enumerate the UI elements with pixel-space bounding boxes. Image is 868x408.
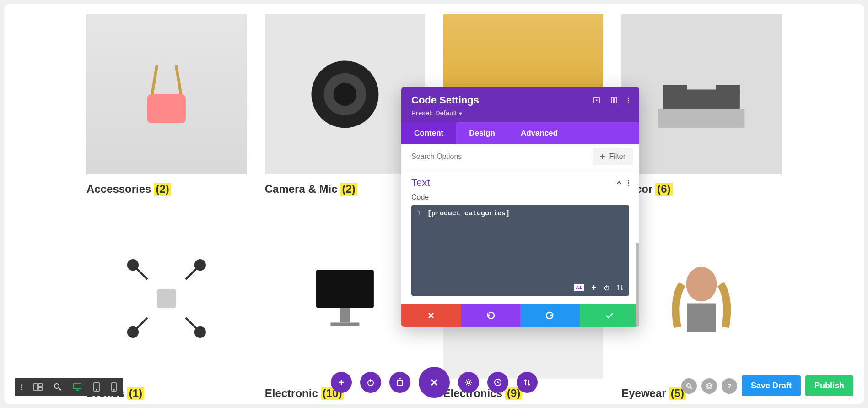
category-name: Electronic [265, 387, 318, 400]
category-card[interactable]: Eyewear (5) [621, 218, 782, 400]
category-image-accessories [86, 14, 247, 174]
ai-badge[interactable]: AI [574, 284, 584, 291]
svg-rect-24 [611, 98, 614, 103]
redo-button[interactable] [520, 304, 580, 327]
sort-button[interactable] [517, 372, 538, 393]
svg-point-39 [96, 389, 97, 390]
code-settings-modal: Code Settings Preset: Default▼ Content D… [401, 87, 639, 327]
category-card[interactable]: Drones (1) [86, 218, 247, 400]
category-name: Camera & Mic [265, 183, 338, 196]
help-round-button[interactable]: ? [722, 378, 737, 394]
category-count: (2) [154, 183, 171, 196]
category-image-drones [86, 218, 247, 379]
sort-icon[interactable] [616, 284, 624, 291]
category-title: Accessories (2) [86, 183, 247, 196]
desktop-icon[interactable] [73, 383, 82, 391]
confirm-button[interactable] [580, 304, 639, 327]
category-title: Decor (6) [621, 183, 782, 196]
svg-rect-7 [658, 109, 745, 128]
preset-selector[interactable]: Preset: Default▼ [411, 109, 629, 117]
svg-rect-21 [687, 303, 716, 332]
svg-point-16 [194, 326, 206, 338]
menu-icon[interactable] [21, 383, 22, 391]
code-content: [product_categories] [427, 210, 510, 218]
builder-left-toolbar [15, 378, 123, 396]
code-field-label: Code [401, 191, 639, 205]
plus-icon [338, 379, 345, 386]
svg-rect-8 [157, 289, 176, 308]
category-name: Accessories [86, 183, 151, 196]
svg-rect-30 [398, 381, 402, 386]
svg-point-13 [127, 259, 139, 271]
modal-title: Code Settings [411, 94, 479, 106]
category-count: (6) [655, 183, 672, 196]
code-editor[interactable]: 1 [product_categories] AI [411, 205, 629, 296]
plus-icon[interactable] [591, 284, 597, 291]
svg-point-41 [113, 389, 114, 390]
wireframe-icon[interactable] [33, 383, 43, 391]
svg-rect-18 [340, 308, 350, 322]
svg-rect-5 [663, 85, 687, 94]
svg-point-3 [333, 83, 356, 106]
svg-rect-34 [38, 384, 42, 386]
trash-icon [396, 378, 404, 386]
save-draft-button[interactable]: Save Draft [742, 375, 801, 396]
undo-button[interactable] [461, 304, 520, 327]
layers-round-button[interactable] [701, 378, 717, 394]
layers-icon [706, 383, 712, 389]
settings-button[interactable] [458, 372, 479, 393]
add-button[interactable] [331, 372, 352, 393]
modal-header[interactable]: Code Settings Preset: Default▼ [401, 87, 639, 122]
svg-point-42 [687, 384, 690, 387]
svg-point-14 [194, 259, 206, 271]
more-icon[interactable] [628, 97, 629, 104]
svg-rect-37 [74, 384, 81, 389]
redo-icon [546, 311, 554, 320]
modal-scrollbar[interactable] [636, 243, 639, 327]
tab-design[interactable]: Design [456, 122, 508, 144]
section-title: Text [411, 177, 430, 189]
category-name: Eyewear [621, 387, 666, 400]
clock-icon [494, 378, 502, 386]
chevron-up-icon[interactable] [616, 180, 622, 186]
filter-label: Filter [609, 152, 625, 161]
power-icon[interactable] [604, 284, 610, 291]
power-icon [367, 378, 375, 386]
tab-content[interactable]: Content [401, 122, 456, 144]
power-button[interactable] [360, 372, 381, 393]
trash-button[interactable] [389, 372, 410, 393]
svg-point-31 [467, 381, 470, 384]
history-button[interactable] [487, 372, 508, 393]
close-builder-button[interactable] [419, 367, 450, 398]
svg-point-36 [54, 384, 59, 388]
category-count: (1) [127, 387, 144, 400]
snap-icon[interactable] [610, 97, 618, 104]
tab-advanced[interactable]: Advanced [508, 122, 571, 144]
filter-button[interactable]: Filter [593, 148, 633, 165]
publish-button[interactable]: Publish [805, 375, 853, 396]
tablet-icon[interactable] [93, 382, 100, 392]
builder-center-toolbar [331, 367, 538, 398]
search-round-button[interactable] [681, 378, 697, 394]
cancel-button[interactable] [401, 304, 461, 327]
svg-point-15 [127, 326, 139, 338]
category-count: (2) [340, 183, 357, 196]
category-card[interactable]: Decor (6) [621, 14, 782, 196]
category-image-eyewear [621, 218, 782, 379]
svg-point-20 [686, 267, 717, 302]
chevron-down-icon: ▼ [458, 111, 463, 116]
category-card[interactable]: Accessories (2) [86, 14, 247, 196]
search-input[interactable] [408, 148, 589, 165]
modal-footer [401, 304, 639, 327]
close-icon [427, 311, 435, 320]
zoom-icon[interactable] [54, 383, 62, 391]
svg-rect-25 [615, 98, 617, 103]
mobile-icon[interactable] [111, 382, 117, 392]
search-row: Filter [401, 144, 639, 169]
expand-icon[interactable] [593, 97, 600, 104]
category-image-decor [621, 14, 782, 174]
sort-icon [523, 378, 531, 386]
section-more-icon[interactable] [628, 179, 629, 187]
check-icon [605, 311, 614, 320]
svg-rect-19 [330, 322, 359, 326]
